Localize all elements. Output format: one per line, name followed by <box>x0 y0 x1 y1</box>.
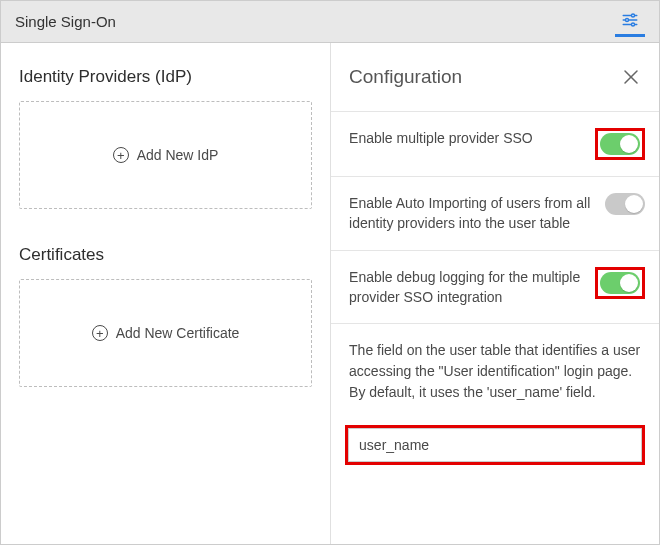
config-panel: Configuration Enable multiple provider S… <box>330 43 659 544</box>
option-label: Enable debug logging for the multiple pr… <box>349 267 595 308</box>
add-idp-button[interactable]: + Add New IdP <box>19 101 312 209</box>
left-panel: Identity Providers (IdP) + Add New IdP C… <box>1 43 330 544</box>
plus-icon: + <box>113 147 129 163</box>
sliders-icon <box>621 11 639 29</box>
close-icon <box>623 69 639 85</box>
config-header: Configuration <box>331 43 659 112</box>
settings-button[interactable] <box>615 7 645 37</box>
page-title: Single Sign-On <box>15 13 116 30</box>
svg-point-5 <box>632 23 635 26</box>
svg-point-4 <box>626 19 629 22</box>
user-field-input[interactable] <box>348 428 642 462</box>
toggle-auto-import[interactable] <box>605 193 645 215</box>
user-field-block: The field on the user table that identif… <box>331 324 659 425</box>
cert-section-title: Certificates <box>19 245 312 265</box>
option-label: Enable multiple provider SSO <box>349 128 595 148</box>
option-auto-import: Enable Auto Importing of users from all … <box>331 177 659 251</box>
highlight-box <box>595 267 645 299</box>
page-header: Single Sign-On <box>1 1 659 43</box>
toggle-wrap <box>605 193 645 215</box>
highlight-box <box>595 128 645 160</box>
plus-icon: + <box>92 325 108 341</box>
highlight-box <box>345 425 645 465</box>
close-button[interactable] <box>619 65 643 89</box>
config-title: Configuration <box>349 66 462 88</box>
add-cert-label: Add New Certificate <box>116 325 240 341</box>
toggle-debug-log[interactable] <box>600 272 640 294</box>
toggle-enable-sso[interactable] <box>600 133 640 155</box>
svg-point-3 <box>632 14 635 17</box>
option-enable-sso: Enable multiple provider SSO <box>331 112 659 177</box>
user-field-description: The field on the user table that identif… <box>349 340 641 403</box>
option-debug-log: Enable debug logging for the multiple pr… <box>331 251 659 325</box>
add-idp-label: Add New IdP <box>137 147 219 163</box>
add-cert-button[interactable]: + Add New Certificate <box>19 279 312 387</box>
option-label: Enable Auto Importing of users from all … <box>349 193 605 234</box>
idp-section-title: Identity Providers (IdP) <box>19 67 312 87</box>
